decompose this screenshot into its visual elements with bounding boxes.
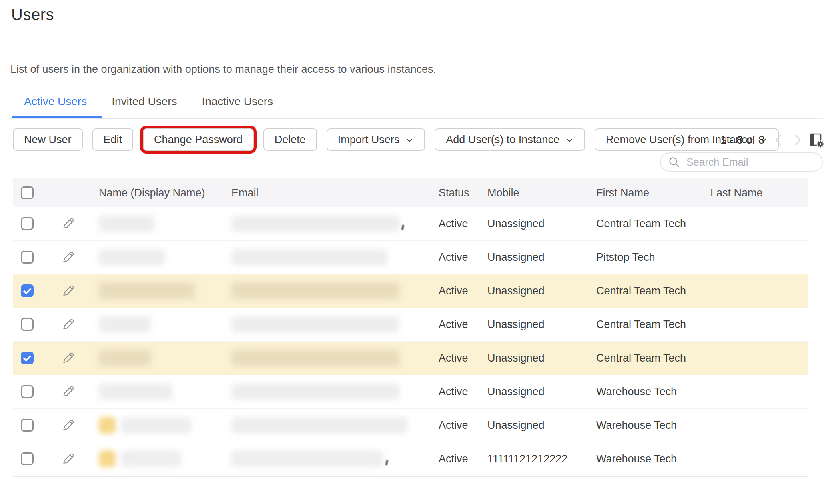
first-name-cell: Central Team Tech bbox=[596, 285, 710, 297]
button-label: Delete bbox=[275, 134, 306, 146]
column-header-first-name[interactable]: First Name bbox=[596, 187, 710, 199]
first-name-cell: Warehouse Tech bbox=[596, 453, 710, 465]
edit-pencil-icon[interactable] bbox=[61, 418, 75, 432]
add-users-to-instance-button[interactable]: Add User(s) to Instance bbox=[435, 128, 585, 151]
row-checkbox[interactable] bbox=[21, 419, 34, 432]
avatar bbox=[99, 417, 116, 434]
column-header-mobile[interactable]: Mobile bbox=[487, 187, 596, 199]
select-all-checkbox[interactable] bbox=[21, 186, 34, 199]
search-box bbox=[660, 152, 823, 172]
status-cell: Active bbox=[436, 419, 487, 432]
tabs-divider bbox=[10, 118, 823, 119]
chevron-right-icon[interactable] bbox=[792, 133, 803, 147]
edit-pencil-icon[interactable] bbox=[61, 452, 75, 466]
column-settings-icon[interactable] bbox=[809, 133, 824, 148]
page-title: Users bbox=[11, 6, 54, 24]
row-checkbox[interactable] bbox=[21, 385, 34, 398]
button-label: Add User(s) to Instance bbox=[446, 134, 559, 146]
tabs: Active UsersInvited UsersInactive Users bbox=[24, 95, 273, 108]
edit-pencil-icon[interactable] bbox=[61, 250, 75, 264]
tab-inactive-users[interactable]: Inactive Users bbox=[202, 95, 273, 108]
tab-active-users[interactable]: Active Users bbox=[24, 95, 87, 108]
redacted-name bbox=[99, 316, 151, 332]
row-checkbox[interactable] bbox=[21, 452, 34, 465]
redacted-email bbox=[231, 384, 399, 400]
edit-pencil-icon[interactable] bbox=[61, 317, 75, 332]
table-row: ActiveUnassignedPitstop Tech bbox=[13, 241, 808, 274]
table-row: ActiveUnassignedCentral Team Tech bbox=[13, 342, 808, 375]
edit-pencil-icon[interactable] bbox=[61, 284, 75, 298]
status-cell: Active bbox=[436, 453, 487, 465]
first-name-cell: Central Team Tech bbox=[596, 218, 710, 230]
page-description: List of users in the organization with o… bbox=[10, 63, 436, 76]
toolbar: New UserEditChange PasswordDeleteImport … bbox=[13, 128, 779, 151]
table-body: ActiveUnassignedCentral Team TechActiveU… bbox=[13, 207, 808, 476]
row-checkbox[interactable] bbox=[21, 217, 34, 230]
button-label: Change Password bbox=[154, 134, 243, 146]
column-header-status[interactable]: Status bbox=[436, 187, 487, 199]
redacted-email bbox=[231, 216, 399, 232]
row-checkbox[interactable] bbox=[21, 284, 34, 297]
button-label: Edit bbox=[104, 134, 122, 146]
first-name-cell: Central Team Tech bbox=[596, 352, 710, 364]
avatar bbox=[99, 450, 116, 467]
redacted-name bbox=[99, 283, 195, 299]
mobile-cell: Unassigned bbox=[487, 318, 596, 331]
mobile-cell: Unassigned bbox=[487, 419, 596, 432]
column-header-email[interactable]: Email bbox=[231, 187, 436, 199]
row-checkbox[interactable] bbox=[21, 352, 34, 364]
mobile-cell: Unassigned bbox=[487, 285, 596, 297]
status-cell: Active bbox=[436, 285, 487, 297]
pagination-range: 1 - 8 of 8 bbox=[720, 134, 765, 146]
redacted-email bbox=[231, 350, 399, 366]
chevron-down-icon bbox=[565, 136, 574, 145]
status-cell: Active bbox=[436, 352, 487, 364]
status-cell: Active bbox=[436, 218, 487, 230]
delete-button[interactable]: Delete bbox=[263, 128, 317, 151]
redacted-email bbox=[231, 451, 383, 467]
status-cell: Active bbox=[436, 386, 487, 398]
redacted-email bbox=[231, 249, 387, 265]
search-icon bbox=[668, 156, 680, 168]
redacted-name bbox=[99, 384, 173, 400]
redacted-email bbox=[231, 417, 407, 433]
first-name-cell: Warehouse Tech bbox=[596, 419, 710, 432]
status-cell: Active bbox=[436, 318, 487, 331]
status-cell: Active bbox=[436, 251, 487, 264]
button-label: New User bbox=[24, 134, 72, 146]
mobile-cell: 11111121212222 bbox=[487, 453, 596, 465]
tab-invited-users[interactable]: Invited Users bbox=[112, 95, 177, 108]
table-row: ActiveUnassignedCentral Team Tech bbox=[13, 308, 808, 342]
button-label: Import Users bbox=[338, 134, 400, 146]
mobile-cell: Unassigned bbox=[487, 218, 596, 230]
edit-pencil-icon[interactable] bbox=[61, 351, 75, 365]
column-header-name[interactable]: Name (Display Name) bbox=[99, 187, 231, 199]
import-users-button[interactable]: Import Users bbox=[327, 128, 425, 151]
new-user-button[interactable]: New User bbox=[13, 128, 83, 151]
edit-pencil-icon[interactable] bbox=[61, 216, 75, 231]
table-row: ActiveUnassignedCentral Team Tech bbox=[13, 274, 808, 308]
table-row: ActiveUnassignedCentral Team Tech bbox=[13, 207, 808, 241]
redacted-name bbox=[99, 350, 151, 366]
row-checkbox[interactable] bbox=[21, 251, 34, 264]
redacted-name bbox=[121, 451, 181, 467]
first-name-cell: Warehouse Tech bbox=[596, 386, 710, 398]
redacted-email bbox=[231, 283, 399, 299]
first-name-cell: Central Team Tech bbox=[596, 318, 710, 331]
chevron-left-icon[interactable] bbox=[773, 133, 784, 147]
pagination: 1 - 8 of 8 bbox=[720, 132, 803, 148]
row-checkbox[interactable] bbox=[21, 318, 34, 331]
table-row: Active11111121212222Warehouse Tech bbox=[13, 442, 808, 476]
edit-pencil-icon[interactable] bbox=[61, 384, 75, 399]
column-header-last-name[interactable]: Last Name bbox=[710, 187, 808, 199]
search-input[interactable] bbox=[686, 156, 821, 169]
table-header: Name (Display Name) Email Status Mobile … bbox=[13, 178, 808, 207]
edit-button[interactable]: Edit bbox=[92, 128, 134, 151]
redacted-name bbox=[99, 216, 155, 232]
title-divider bbox=[10, 34, 816, 34]
chevron-down-icon bbox=[405, 136, 414, 145]
first-name-cell: Pitstop Tech bbox=[596, 251, 710, 264]
table-row: ActiveUnassignedWarehouse Tech bbox=[13, 409, 808, 442]
redaction-artifact bbox=[385, 460, 389, 465]
change-password-button[interactable]: Change Password bbox=[143, 128, 254, 151]
